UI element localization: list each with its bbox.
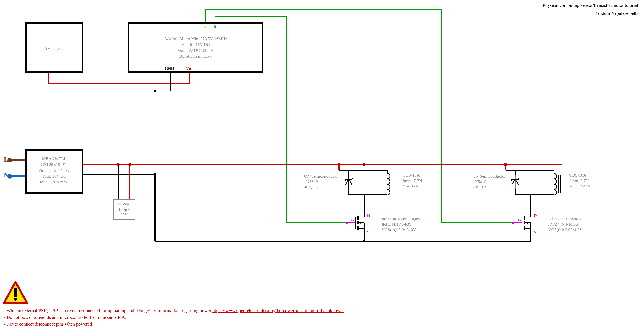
mcu-line2: Vin: 6 - 16V DC (128, 42, 264, 48)
mosfet2-D: D (534, 213, 537, 218)
diode2-line2: 1N5819 (472, 179, 486, 184)
svg-point-20 (154, 90, 156, 92)
mosfet2-line1: Infineon Technologies (548, 216, 586, 222)
psu-line3: Vin: 85 - 264V AC (25, 168, 83, 173)
svg-marker-35 (345, 179, 352, 185)
psu-line5: Iout: 1,38A max. (25, 179, 83, 185)
svg-marker-55 (359, 222, 362, 224)
psu-line4: Vout: 18V DC (25, 173, 83, 179)
warn-3: - Never connect/disconnect pins when pow… (4, 322, 92, 327)
cap-line1: el. cap. (113, 201, 134, 207)
svg-marker-86 (4, 282, 27, 303)
diode1-line1: ON Semiconductor (304, 173, 337, 179)
sol2-line3: Vin: 12V DC (570, 183, 592, 189)
diode1-line2: 1N5819 (304, 179, 318, 184)
mcu-line1: Adafruit Metro Mini 328 5V 16MHz (128, 36, 264, 42)
mcu-pin-gnd: GND (165, 66, 174, 71)
mosfet1-D: D (367, 213, 370, 218)
svg-point-58 (363, 240, 366, 242)
mosfet1-line1: Infineon Technologies (382, 216, 420, 222)
svg-point-29 (338, 163, 340, 166)
cap-line2: 100µF (113, 206, 134, 212)
svg-point-72 (512, 222, 514, 224)
warn-2: - Do not power solenoids and microcontro… (4, 315, 126, 320)
mains-L: L (4, 156, 8, 163)
svg-point-32 (362, 163, 366, 166)
mcu-line4: 30mA current draw (128, 53, 264, 59)
psu-line2: GST25E18-P1J (25, 162, 83, 168)
mosfet1-line2: IRFZ44N NMOS (382, 222, 412, 227)
svg-point-44 (346, 222, 348, 224)
svg-point-12 (154, 173, 156, 176)
svg-point-10 (116, 163, 120, 166)
diode2-line3: 40V, 1A (472, 184, 487, 190)
sol1-line3: Vin: 12V DC (403, 183, 426, 189)
mosfet2-line3: VGS(th): 2.0/-/4.0V (548, 227, 582, 232)
page-title-2: Random Nepalese bells (594, 11, 638, 16)
diode1-line3: 40V, 1A (304, 184, 318, 190)
svg-marker-64 (512, 179, 519, 185)
sol2-line1: TDS-10A (570, 172, 586, 178)
sol1-line2: 8mm, 7,7N (403, 178, 422, 184)
warn-1: - With an external PSU, USB can remain c… (4, 308, 344, 313)
mcu-pin-vin: Vin (186, 66, 192, 71)
cap-line3: 25V (113, 212, 134, 218)
mosfet2-S: S (534, 230, 536, 234)
mosfet1-G: G (351, 218, 354, 222)
svg-rect-87 (14, 288, 17, 296)
mosfet2-line2: IRFZ44N NMOS (548, 222, 578, 227)
mosfet2-G: G (518, 218, 521, 222)
mosfet1-S: S (367, 230, 369, 234)
mosfet1-line3: VGS(th): 2.0/-/4.0V (382, 227, 416, 232)
svg-marker-83 (526, 222, 528, 224)
diode2-line1: ON Semiconductor (472, 173, 506, 179)
svg-point-11 (128, 163, 131, 166)
page-title-1: Physical computing/sensor/transistor/mot… (543, 3, 638, 8)
svg-point-88 (14, 298, 17, 301)
schematic-svg (0, 0, 644, 331)
battery-label: 9V battery (25, 46, 83, 51)
psu-line1: MEANWELL (25, 156, 83, 162)
mcu-pin-6: 6 (204, 24, 206, 29)
warn-1-link[interactable]: https://www.open-electronics.org/the-pow… (212, 308, 344, 313)
mcu-line3: Vout: 5V DC 150mA (128, 48, 264, 53)
svg-point-59 (504, 163, 507, 166)
mcu-pin-5: 5 (214, 24, 216, 29)
sol1-line1: TDS-10A (403, 172, 420, 178)
mains-N: N (4, 172, 9, 179)
sol2-line2: 8mm, 7,7N (570, 178, 589, 184)
